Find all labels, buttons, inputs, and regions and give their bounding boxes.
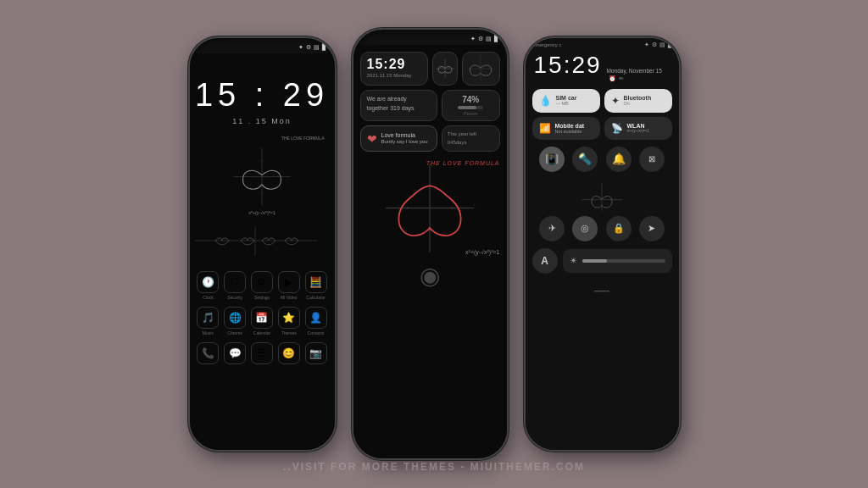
p1-app-music[interactable]: 🎵 Music [197,307,220,336]
love-sub: Buntly say I love you [381,138,428,146]
p3-sim-tile[interactable]: 💧 SIM car — MB [532,89,600,113]
p1-formula-text: THE LOVE FORMULA [281,136,325,141]
p1-app-clock[interactable]: 🕐 Clock [197,271,220,300]
p2-widget-battery: 74% Power [442,90,500,121]
p3-wlan-tile[interactable]: 📡 WLAN x²+(y-√x²)²=1 [604,117,672,140]
p1-dock-menu[interactable]: ☰ [250,342,274,364]
chrome-icon: 🌐 [224,307,246,329]
p3-date-icons: ⏰ ✏ [609,75,662,82]
p3-time-row: 15:29 Monday, November 15 ⏰ ✏ [526,50,679,86]
p3-icons-row1: 📳 🔦 🔔 ⊠ [526,143,679,175]
sim-title: SIM car [556,95,577,101]
screen-icon: ⊠ [648,154,655,164]
p1-dock-phone[interactable]: 📞 [197,342,220,364]
wlan-text: WLAN x²+(y-√x²)²=1 [627,123,649,133]
p1-apps-row2: 🎵 Music 🌐 Chrome 📅 Calendar ⭐ Themes 👤 [190,303,335,339]
p3-location-btn[interactable]: ➤ [639,216,665,241]
p1-app-mivideo[interactable]: ▶ Mi Video [277,271,301,300]
brightness-slider[interactable] [582,259,665,263]
svg-text:→: → [472,202,476,207]
p3-mode-row: ✈ ◎ 🔒 ➤ [526,213,679,245]
sim-icon: 💧 [539,95,552,107]
p2-row3: ❤ Love formula Buntly say I love you Thi… [360,125,500,152]
p3-home-bar: — [526,277,679,301]
p3-date-line1: Monday, November 15 [607,67,662,75]
p3-screen-btn[interactable]: ⊠ [639,147,665,172]
p1-app-security[interactable]: 🛡 Security [223,271,247,300]
p1-screen: 15 : 29 11 . 15 Mon THE LOVE FORMULA [190,53,335,450]
p2-screen: 15:29 2021.11.15 Monday [353,45,507,458]
p1-app-settings[interactable]: ⚙ Settings [250,271,274,300]
p1-app-settings-label: Settings [254,295,270,300]
wlan-sub: x²+(y-√x²)²=1 [627,129,649,133]
location-icon: ➤ [648,223,655,234]
bluetooth-text: Bluetooth On [624,95,652,106]
lock-icon: 🔒 [613,223,625,234]
p3-text-size-btn[interactable]: A [532,248,558,274]
p3-mobile-tile[interactable]: 📶 Mobile dat Not available [532,117,600,140]
p3-bluetooth-tile[interactable]: ✦ Bluetooth On [604,89,672,113]
watermark: ..VISIT FOR MORE THEMES - MIUITHEMER.COM [283,461,585,473]
sun-icon: ☀ [570,256,577,265]
p2-date: 2021.11.15 Monday [367,73,421,78]
p3-brightness-btn[interactable]: ◎ [572,216,598,241]
p1-graph2-svg [190,222,321,260]
p1-app-chrome[interactable]: 🌐 Chrome [223,307,247,336]
p2-days-text: We are already [367,95,431,104]
p1-app-clock-label: Clock [203,295,214,300]
p1-date: 11 . 15 Mon [190,117,335,125]
love-title: Love formula [381,132,428,138]
mobile-sub: Not available [555,129,585,134]
p1-app-calc[interactable]: 🧮 Calculator [304,271,328,300]
p1-time: 15 : 29 [190,77,335,114]
p1-heart-svg [224,145,300,208]
p1-equation: x²+(y-√x²)²=1 [248,210,275,215]
p3-flashlight-btn[interactable]: 🔦 [572,147,598,172]
bluetooth-sub: On [624,101,652,106]
p2-days-count: together 319 days [367,104,431,114]
contacts-icon: 👤 [305,307,327,329]
calendar-icon: 📅 [251,307,273,329]
phone-left: ✦⚙▤▊ 15 : 29 11 . 15 Mon THE LOVE FORMUL… [188,36,337,452]
p1-app-themes-label: Themes [281,330,297,336]
p1-dock-emoji[interactable]: 😊 [277,342,301,364]
p3-mini-graph-area [526,177,679,211]
p3-date-block: Monday, November 15 ⏰ ✏ [607,67,662,82]
p1-app-themes[interactable]: ⭐ Themes [277,307,301,336]
wlan-title: WLAN [627,123,649,129]
p2-widgets: 15:29 2021.11.15 Monday [353,45,507,152]
clock-icon: 🕐 [197,271,219,293]
p3-vibrate-btn[interactable]: 📳 [539,147,565,172]
text-a-icon: A [541,255,548,267]
p1-dock-sms[interactable]: 💬 [223,342,247,364]
mobile-icon: 📶 [539,123,551,134]
p3-controls: 💧 SIM car — MB ✦ Bluetooth On 📶 [526,86,679,143]
mobile-text: Mobile dat Not available [555,123,585,134]
love-text-block: Love formula Buntly say I love you [381,132,428,146]
p1-app-mivideo-label: Mi Video [281,295,297,300]
p2-status-icons: ✦⚙▤▊ [470,36,498,42]
p2-status-bar: ✦⚙▤▊ [353,30,507,45]
p1-dock: 📞 💬 ☰ 😊 📷 [190,339,335,373]
p2-mini-heart-svg [433,57,457,80]
p3-status-icons: ✦⚙▤▊ [644,42,672,48]
sim-text: SIM car — MB [556,95,577,106]
p3-mini-graph-svg [576,177,627,211]
p1-dock-camera[interactable]: 📷 [304,342,328,364]
p3-airplane-btn[interactable]: ✈ [539,216,565,241]
p1-status-icons: ✦⚙▤▊ [298,44,326,51]
bluetooth-title: Bluetooth [624,95,652,101]
p1-graph-section [190,222,335,264]
p3-bell-btn[interactable]: 🔔 [606,147,632,172]
sms-icon: 💬 [224,342,246,364]
mobile-title: Mobile dat [555,123,585,129]
p3-lock-btn[interactable]: 🔒 [606,216,632,241]
music-icon: 🎵 [197,307,219,329]
p2-widget-year: This year left 045days [442,125,500,152]
p3-screen: Emergency c ✦⚙▤▊ 15:29 Monday, November … [526,38,679,450]
p3-bottom-row: A ☀ [526,245,679,277]
p1-status-bar: ✦⚙▤▊ [190,38,335,53]
p1-app-calendar[interactable]: 📅 Calendar [250,307,274,336]
p1-app-contacts[interactable]: 👤 Contacts [304,307,328,336]
p1-apps-row1: 🕐 Clock 🛡 Security ⚙ Settings ▶ Mi Video… [190,264,335,303]
